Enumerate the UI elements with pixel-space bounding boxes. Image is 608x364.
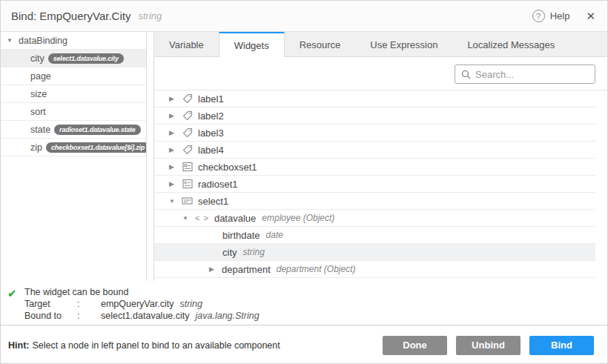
widget-node-text: city <box>222 247 237 258</box>
help-button[interactable]: Help <box>550 10 570 21</box>
data-binding-panel: ▼ dataBinding city select1.datavalue.cit… <box>1 32 147 281</box>
chevron-right-icon[interactable]: ▶ <box>169 129 176 136</box>
widget-node-type: department (Object) <box>277 264 356 274</box>
hint-text: Hint:Select a node in left panel to bind… <box>8 340 280 351</box>
tab-localized-messages[interactable]: Localized Messages <box>452 32 569 56</box>
tree-node-label: dataBinding <box>19 36 67 46</box>
bind-button[interactable]: Bind <box>529 336 594 355</box>
status-value: select1.datavalue.city <box>101 310 190 322</box>
panel-gap <box>147 32 153 281</box>
tab-widgets[interactable]: Widgets <box>219 32 285 57</box>
binding-badge: radioset1.datavalue.state <box>54 125 141 135</box>
tree-node-state[interactable]: state radioset1.datavalue.state <box>1 121 146 139</box>
radioset-icon <box>182 179 193 190</box>
widget-node-label4[interactable]: ▶ label4 <box>154 142 595 159</box>
binding-badge: select1.datavalue.city <box>48 53 124 64</box>
chevron-right-icon[interactable]: ▶ <box>209 265 217 273</box>
widget-node-text: label4 <box>198 145 224 156</box>
binding-status: ✔ The widget can be bound Target : empQu… <box>1 281 607 325</box>
tab-use-expression[interactable]: Use Expression <box>355 32 452 56</box>
status-target-row: Target : empQueryVar.city string <box>7 298 607 310</box>
widget-node-text: radioset1 <box>198 179 237 190</box>
dialog-title: Bind: EmpQueryVar.City <box>11 10 130 22</box>
widget-node-type: employee (Object) <box>262 213 334 223</box>
search-box <box>455 64 595 84</box>
widget-node-label2[interactable]: ▶ label2 <box>154 107 595 125</box>
widget-tree: ▶ label1 ▶ label2 ▶ label3 ▶ lab <box>154 90 595 278</box>
status-value-type: java.lang.String <box>196 310 260 322</box>
widget-node-label3[interactable]: ▶ label3 <box>154 125 595 142</box>
widget-node-text: label1 <box>198 93 224 105</box>
chevron-right-icon[interactable]: ▶ <box>169 146 176 153</box>
search-icon <box>461 70 471 79</box>
widget-node-text: label3 <box>198 128 224 139</box>
tree-node-label: zip <box>30 142 42 153</box>
unbind-button[interactable]: Unbind <box>456 336 521 355</box>
status-value-type: string <box>179 298 202 310</box>
widget-node-radioset1[interactable]: ▶ radioset1 <box>154 176 595 193</box>
status-boundto-row: Bound to : select1.datavalue.city java.l… <box>7 310 607 322</box>
tree-node-zip[interactable]: zip checkboxset1.datavalue[$i].zip <box>1 139 146 156</box>
check-icon: ✔ <box>7 287 17 300</box>
chevron-right-icon[interactable]: ▶ <box>169 112 176 119</box>
widget-node-text: department <box>222 264 271 275</box>
chevron-right-icon[interactable]: ▶ <box>169 95 176 102</box>
help-icon[interactable]: ? <box>532 10 545 22</box>
widget-node-city[interactable]: city string <box>154 244 595 261</box>
chevron-down-icon[interactable]: ▼ <box>169 198 176 205</box>
search-input[interactable] <box>475 69 589 80</box>
widget-node-select1[interactable]: ▼ select1 <box>154 193 595 210</box>
tag-icon <box>182 145 193 156</box>
widget-node-text: checkboxset1 <box>198 162 257 173</box>
tree-node-city[interactable]: city select1.datavalue.city <box>1 50 146 67</box>
status-value: empQueryVar.city <box>101 298 174 310</box>
widget-node-label1[interactable]: ▶ label1 <box>154 90 595 107</box>
object-icon: < > <box>195 214 209 222</box>
widget-node-text: birthdate <box>222 230 260 241</box>
select-icon <box>182 196 193 207</box>
status-label: Bound to <box>24 310 77 322</box>
checkboxset-icon <box>182 162 193 173</box>
chevron-down-icon[interactable]: ▼ <box>182 215 190 222</box>
widget-node-text: select1 <box>198 196 228 207</box>
dialog-title-type: string <box>138 10 162 21</box>
dialog-footer: Hint:Select a node in left panel to bind… <box>1 325 607 364</box>
bind-dialog: Bind: EmpQueryVar.City string ? Help ✕ ▼… <box>0 0 608 364</box>
tag-icon <box>182 128 193 139</box>
dialog-header: Bind: EmpQueryVar.City string ? Help ✕ <box>1 1 607 32</box>
tree-node-label: sort <box>30 107 46 117</box>
done-button[interactable]: Done <box>383 336 447 355</box>
source-panel: Variable Widgets Resource Use Expression… <box>153 32 607 281</box>
close-icon[interactable]: ✕ <box>586 10 595 21</box>
tag-icon <box>182 110 193 122</box>
tree-node-label: city <box>30 53 44 64</box>
chevron-right-icon[interactable]: ▶ <box>169 180 176 188</box>
widget-node-text: label2 <box>198 110 224 122</box>
tree-node-label: size <box>30 89 47 99</box>
tab-resource[interactable]: Resource <box>285 32 356 56</box>
tab-bar: Variable Widgets Resource Use Expression… <box>154 32 607 57</box>
tree-node-page[interactable]: page <box>1 67 146 85</box>
widget-node-datavalue[interactable]: ▼ < > datavalue employee (Object) <box>154 210 595 227</box>
widget-node-type: date <box>266 230 283 240</box>
widget-node-type: string <box>243 247 265 257</box>
tag-icon <box>182 93 193 105</box>
chevron-down-icon[interactable]: ▼ <box>7 37 13 44</box>
widget-node-department[interactable]: ▶ department department (Object) <box>154 261 595 278</box>
tab-variable[interactable]: Variable <box>154 32 219 56</box>
widget-node-checkboxset1[interactable]: ▶ checkboxset1 <box>154 159 595 176</box>
widget-node-birthdate[interactable]: birthdate date <box>154 227 595 244</box>
tree-node-size[interactable]: size <box>1 85 146 103</box>
status-label: Target <box>24 298 77 310</box>
binding-badge: checkboxset1.datavalue[$i].zip <box>46 142 147 153</box>
tree-node-sort[interactable]: sort <box>1 103 146 121</box>
tree-node-label: state <box>30 125 50 135</box>
chevron-right-icon[interactable]: ▶ <box>169 163 176 171</box>
widget-node-text: datavalue <box>214 213 256 224</box>
status-message: The widget can be bound <box>7 286 607 298</box>
tree-node-databinding[interactable]: ▼ dataBinding <box>1 32 146 50</box>
tree-node-label: page <box>30 71 51 82</box>
